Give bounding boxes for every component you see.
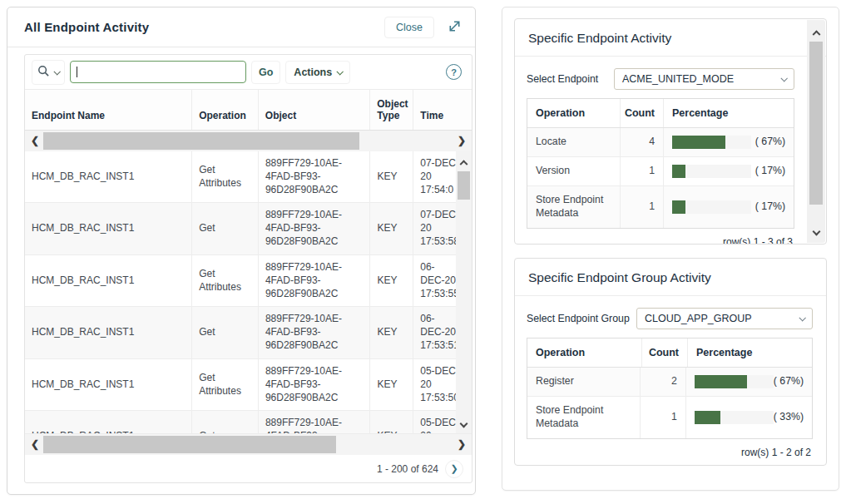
column-header-operation[interactable]: Operation [192,90,259,130]
operation-cell: Get [192,411,259,434]
panel-title: Specific Endpoint Activity [528,31,671,45]
horizontal-scrollbar-bottom[interactable]: ❮ ❯ [25,434,472,455]
scroll-left-icon[interactable]: ❮ [27,434,43,455]
table-row: Store Endpoint Metadata 1 ( 33%) [527,397,812,438]
column-header-percentage: Percentage [688,338,812,367]
operation-cell: Version [527,157,621,185]
object-cell: 889FF729-10AE-4FAD-BF93-96D28F90BA2C [259,359,370,410]
column-header-object[interactable]: Object [259,90,370,130]
object-type-cell: KEY [370,255,413,306]
row-count-label: row(s) 1 - 2 of 2 [527,439,813,458]
search-column-selector[interactable] [32,60,65,85]
count-cell: 1 [621,157,664,185]
endpoint-name-cell: HCM_DB_RAC_INST1 [25,307,192,358]
table-row[interactable]: HCM_DB_RAC_INST1 Get Attributes 889FF729… [25,151,472,203]
object-cell: 889FF729-10AE-4FAD-BF93-96D28F90BA2C [259,151,370,202]
endpoint-name-cell: HCM_DB_RAC_INST1 [25,203,192,254]
panel-body: Select Endpoint ACME_UNITED_MODE Operati… [515,57,826,245]
object-cell: 889FF729-10AE-4FAD-BF93-96D28F90BA2C [259,203,370,254]
percentage-bar [672,136,725,149]
endpoint-group-select[interactable]: CLOUD_APP_GROUP [636,308,813,329]
horizontal-scrollbar-top[interactable]: ❮ ❯ [25,131,472,151]
interactive-report: Go Actions ? Endpoint Name Operation Obj… [24,54,472,483]
object-cell: 889FF729-10AE-4FAD-BF93-96D28F90BA2C [259,307,370,358]
object-type-cell: KEY [370,203,413,254]
scroll-up-icon[interactable] [807,22,825,42]
count-cell: 4 [621,128,664,156]
endpoint-activity-table: Operation Count Percentage Locate 4 ( 67… [527,98,794,229]
scrollbar-thumb[interactable] [43,436,336,453]
table-row[interactable]: HCM_DB_RAC_INST1 Get Attributes 889FF729… [25,359,472,411]
percentage-cell: ( 17%) [664,186,794,228]
right-region: Specific Endpoint Activity Select Endpoi… [502,7,839,491]
all-endpoint-activity-panel: All Endpoint Activity Close [7,7,476,495]
vertical-scrollbar[interactable] [456,151,472,433]
table-header-row: Endpoint Name Operation Object Object Ty… [25,90,472,131]
scroll-right-icon[interactable]: ❯ [453,131,470,151]
endpoint-select-value: ACME_UNITED_MODE [622,73,734,85]
percentage-cell: ( 67%) [664,128,794,156]
report-toolbar: Go Actions ? [25,55,472,90]
scroll-right-icon[interactable]: ❯ [453,434,470,455]
pagination-bar: 1 - 200 of 624 ❯ [25,455,472,482]
help-icon[interactable]: ? [446,64,462,80]
percentage-bar-track [672,200,751,214]
endpoint-group-select-value: CLOUD_APP_GROUP [645,313,752,324]
specific-endpoint-group-activity-panel: Specific Endpoint Group Activity Select … [514,258,827,466]
chevron-down-icon [780,75,787,82]
scrollbar-thumb[interactable] [458,171,470,200]
endpoint-name-cell: HCM_DB_RAC_INST1 [25,359,192,410]
column-header-endpoint-name[interactable]: Endpoint Name [25,90,192,130]
go-button[interactable]: Go [251,61,280,84]
select-endpoint-label: Select Endpoint [527,73,598,85]
percentage-label: ( 17%) [755,165,785,178]
scrollbar-thumb[interactable] [809,42,823,205]
endpoint-name-cell: HCM_DB_RAC_INST1 [25,151,192,202]
percentage-bar [695,375,748,388]
endpoint-group-activity-table: Operation Count Percentage Register 2 ( … [527,338,813,439]
next-page-icon[interactable]: ❯ [445,460,463,478]
scroll-down-icon[interactable] [807,221,825,241]
scroll-up-icon[interactable] [456,153,472,170]
percentage-label: ( 67%) [755,136,785,149]
object-type-cell: KEY [370,359,413,410]
operation-cell: Store Endpoint Metadata [527,397,641,438]
vertical-scrollbar[interactable] [807,20,825,243]
close-button[interactable]: Close [384,17,434,38]
scrollbar-thumb[interactable] [43,132,359,150]
expand-icon[interactable] [446,17,463,37]
scroll-left-icon[interactable]: ❮ [27,131,43,151]
percentage-bar-track [672,165,751,178]
panel-header: Specific Endpoint Activity [515,19,826,57]
table-row[interactable]: HCM_DB_RAC_INST1 Get Attributes 889FF729… [25,255,472,307]
object-cell: 889FF729-10AE-4FAD-BF93-96D28F90BA2C [259,411,370,434]
operation-cell: Get Attributes [192,255,259,306]
percentage-bar [672,165,685,178]
operation-cell: Register [527,368,641,396]
table-row: Store Endpoint Metadata 1 ( 17%) [527,186,794,228]
percentage-bar [672,200,685,214]
percentage-label: ( 67%) [774,375,804,388]
search-input[interactable] [70,61,246,83]
chevron-down-icon [337,68,344,75]
endpoint-name-cell: HCM_DB_RAC_INST1 [25,411,192,434]
pagination-range: 1 - 200 of 624 [377,463,438,475]
table-row[interactable]: HCM_DB_RAC_INST1 Get 889FF729-10AE-4FAD-… [25,307,472,358]
percentage-cell: ( 17%) [664,157,794,185]
percentage-bar-track [695,411,774,424]
actions-menu-button[interactable]: Actions [285,61,350,84]
count-cell: 1 [621,186,664,228]
panel-header: All Endpoint Activity Close [7,7,475,47]
table-row[interactable]: HCM_DB_RAC_INST1 Get 889FF729-10AE-4FAD-… [25,411,472,434]
endpoint-select[interactable]: ACME_UNITED_MODE [614,68,794,90]
column-header-time[interactable]: Time [413,90,472,130]
chevron-down-icon [53,68,60,75]
percentage-bar-track [672,136,751,149]
text-caret [77,67,77,77]
column-header-operation: Operation [527,338,642,367]
scroll-down-icon[interactable] [456,415,472,432]
column-header-object-type[interactable]: Object Type [370,90,413,130]
table-row[interactable]: HCM_DB_RAC_INST1 Get 889FF729-10AE-4FAD-… [25,203,472,254]
column-header-percentage: Percentage [664,99,794,127]
panel-title: Specific Endpoint Group Activity [528,270,711,284]
